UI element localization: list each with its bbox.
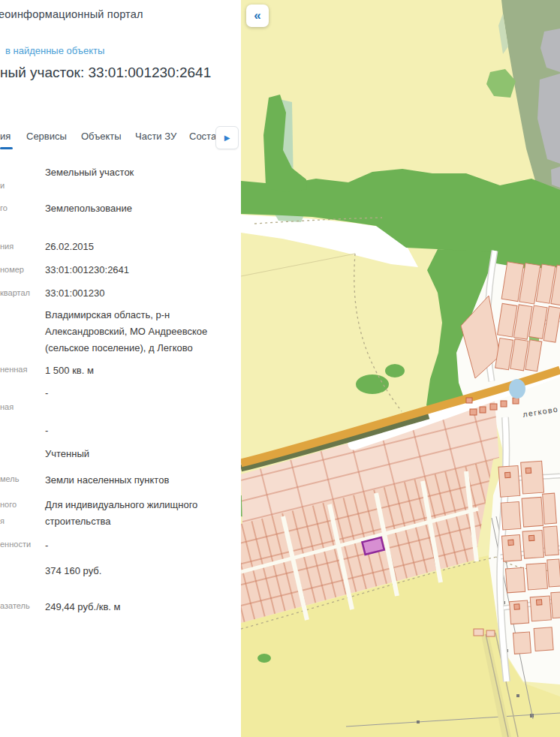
object-info-panel: Геоинформационный портал в найденные объ… bbox=[0, 0, 241, 737]
collapse-panel-button[interactable]: « bbox=[246, 5, 269, 27]
double-chevron-left-icon: « bbox=[254, 9, 260, 23]
active-tab-indicator bbox=[0, 147, 13, 149]
tab-services[interactable]: Сервисы bbox=[26, 131, 67, 142]
page-title: ный участок: 33:01:001230:2641 bbox=[0, 65, 211, 81]
tab-information[interactable]: ия bbox=[0, 131, 11, 142]
map-canvas[interactable]: легково « bbox=[241, 0, 560, 737]
back-to-results-link[interactable]: в найденные объекты bbox=[5, 45, 104, 56]
tab-objects[interactable]: Объекты bbox=[81, 131, 122, 142]
pond bbox=[509, 379, 525, 399]
chevron-right-icon: ▶ bbox=[224, 134, 230, 142]
tabs-scroll-right-button[interactable]: ▶ bbox=[215, 126, 239, 149]
portal-title: Геоинформационный портал bbox=[0, 8, 143, 20]
geoportal-app: Геоинформационный портал в найденные объ… bbox=[0, 0, 560, 737]
map-graphics: легково bbox=[241, 0, 560, 737]
tab-bar: ия Сервисы Объекты Части ЗУ Состав ▶ bbox=[0, 126, 241, 150]
tab-parts-zu[interactable]: Части ЗУ bbox=[135, 131, 176, 142]
